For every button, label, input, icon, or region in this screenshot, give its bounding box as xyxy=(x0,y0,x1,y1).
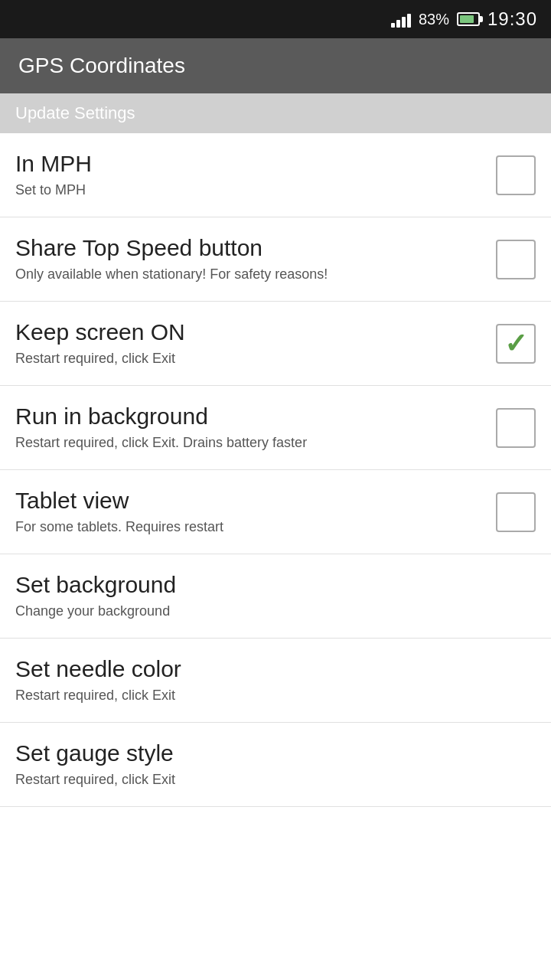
setting-title-set-needle-color: Set needle color xyxy=(15,655,520,683)
setting-text-group-set-background: Set backgroundChange your background xyxy=(15,571,536,621)
setting-text-group-set-needle-color: Set needle colorRestart required, click … xyxy=(15,655,536,705)
setting-title-set-background: Set background xyxy=(15,571,520,599)
setting-title-share-top-speed: Share Top Speed button xyxy=(15,234,481,262)
setting-text-group-in-mph: In MPHSet to MPH xyxy=(15,150,496,200)
battery-icon xyxy=(457,12,480,26)
setting-text-group-share-top-speed: Share Top Speed buttonOnly available whe… xyxy=(15,234,496,284)
settings-list: In MPHSet to MPH✓Share Top Speed buttonO… xyxy=(0,133,551,807)
setting-title-in-mph: In MPH xyxy=(15,150,481,178)
status-time: 19:30 xyxy=(487,8,537,30)
setting-subtitle-set-background: Change your background xyxy=(15,602,520,621)
setting-row-set-background[interactable]: Set backgroundChange your background xyxy=(0,554,551,639)
setting-subtitle-run-in-background: Restart required, click Exit. Drains bat… xyxy=(15,433,481,452)
setting-row-share-top-speed[interactable]: Share Top Speed buttonOnly available whe… xyxy=(0,217,551,302)
setting-subtitle-tablet-view: For some tablets. Requires restart xyxy=(15,518,481,537)
setting-row-keep-screen-on[interactable]: Keep screen ONRestart required, click Ex… xyxy=(0,302,551,386)
setting-text-group-run-in-background: Run in backgroundRestart required, click… xyxy=(15,403,496,452)
setting-title-set-gauge-style: Set gauge style xyxy=(15,740,520,767)
battery-percent: 83% xyxy=(419,11,449,28)
checkbox-in-mph[interactable]: ✓ xyxy=(496,155,536,195)
setting-title-run-in-background: Run in background xyxy=(15,403,481,430)
setting-row-tablet-view[interactable]: Tablet viewFor some tablets. Requires re… xyxy=(0,470,551,554)
section-header: Update Settings xyxy=(0,93,551,133)
setting-subtitle-set-needle-color: Restart required, click Exit xyxy=(15,686,520,705)
setting-text-group-keep-screen-on: Keep screen ONRestart required, click Ex… xyxy=(15,318,496,368)
setting-row-set-needle-color[interactable]: Set needle colorRestart required, click … xyxy=(0,639,551,723)
battery-fill xyxy=(460,15,474,23)
checkbox-tablet-view[interactable]: ✓ xyxy=(496,492,536,532)
setting-row-set-gauge-style[interactable]: Set gauge styleRestart required, click E… xyxy=(0,723,551,807)
setting-subtitle-set-gauge-style: Restart required, click Exit xyxy=(15,770,520,789)
app-bar-title: GPS Coordinates xyxy=(18,54,185,78)
setting-title-tablet-view: Tablet view xyxy=(15,487,481,514)
checkbox-run-in-background[interactable]: ✓ xyxy=(496,408,536,448)
checkmark-keep-screen-on: ✓ xyxy=(504,330,527,358)
setting-text-group-tablet-view: Tablet viewFor some tablets. Requires re… xyxy=(15,487,496,537)
setting-title-keep-screen-on: Keep screen ON xyxy=(15,318,481,346)
signal-icon xyxy=(391,11,411,28)
section-header-label: Update Settings xyxy=(15,103,135,123)
setting-row-in-mph[interactable]: In MPHSet to MPH✓ xyxy=(0,133,551,217)
setting-subtitle-share-top-speed: Only available when stationary! For safe… xyxy=(15,265,481,284)
checkbox-keep-screen-on[interactable]: ✓ xyxy=(496,324,536,364)
status-bar: 83% 19:30 xyxy=(0,0,551,38)
setting-subtitle-in-mph: Set to MPH xyxy=(15,181,481,200)
setting-subtitle-keep-screen-on: Restart required, click Exit xyxy=(15,349,481,368)
setting-text-group-set-gauge-style: Set gauge styleRestart required, click E… xyxy=(15,740,536,789)
checkbox-share-top-speed[interactable]: ✓ xyxy=(496,240,536,279)
app-bar: GPS Coordinates xyxy=(0,38,551,93)
setting-row-run-in-background[interactable]: Run in backgroundRestart required, click… xyxy=(0,386,551,470)
